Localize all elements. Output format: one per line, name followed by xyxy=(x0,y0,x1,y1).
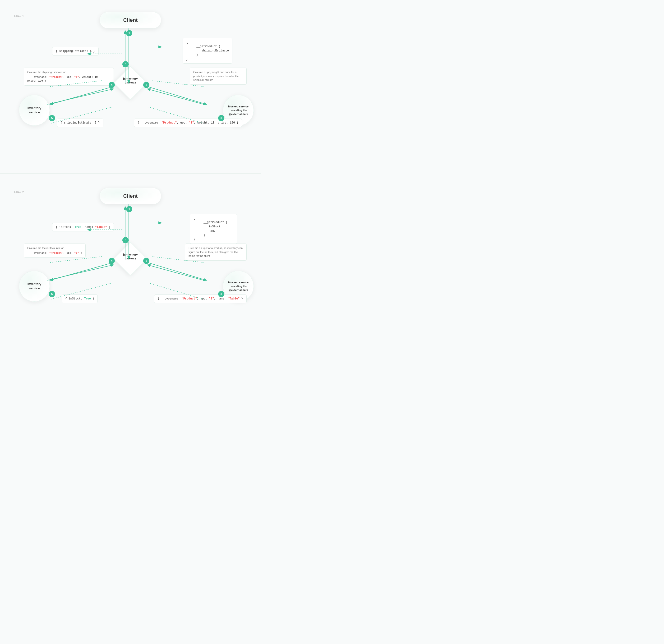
query-box-flow1: { __getProduct { shippingEstimate } } xyxy=(183,38,232,64)
flow-2-section: Flow 2 Client 1 { __getProduct { inStock… xyxy=(0,183,261,335)
badge-6-flow2: 6 xyxy=(122,237,128,243)
tooltip-right-flow2: Give me an upc for a product, so invento… xyxy=(185,244,247,261)
badge-2-flow2: 2 xyxy=(143,258,149,264)
flow-1-label: Flow 1 xyxy=(14,14,24,18)
badge-5-flow2: 5 xyxy=(49,291,55,297)
response-top-flow2: { inStock: True, name: "Table" } xyxy=(52,223,114,231)
badge-3-flow1: 3 xyxy=(218,115,224,121)
flow-1-section: Flow 1 Client 1 { __getProduct { shippin… xyxy=(0,7,261,159)
inventory-circle-flow1: Inventory service xyxy=(19,95,50,126)
gateway-label-flow2: In-memorygateway xyxy=(123,253,138,261)
flow-2-label: Flow 2 xyxy=(14,190,24,194)
client-node-flow2: Client xyxy=(100,188,161,204)
svg-line-6 xyxy=(147,86,206,104)
code-bottom-right-flow1: { __typename: "Product", upc: "1", weigh… xyxy=(134,119,242,127)
badge-3-flow2: 3 xyxy=(218,291,224,297)
response-top-flow1: { shippingEstimate: 5 } xyxy=(52,47,99,56)
code-bottom-left-flow1: { shippingEstimate: 5 } xyxy=(57,119,103,127)
svg-line-18 xyxy=(147,263,206,280)
divider xyxy=(0,173,261,173)
svg-line-4 xyxy=(50,86,113,104)
badge-6-flow1: 6 xyxy=(122,61,128,67)
badge-1-flow1: 1 xyxy=(126,30,132,36)
query-box-flow2: { __getProduct { inStock name } } xyxy=(190,214,237,244)
svg-line-17 xyxy=(47,265,113,280)
client-node-flow1: Client xyxy=(100,12,161,28)
badge-4-flow1: 4 xyxy=(109,82,115,88)
tooltip-right-flow1: Give me a upc, weight and price for a pr… xyxy=(190,67,247,85)
badge-1-flow2: 1 xyxy=(126,206,132,212)
svg-line-5 xyxy=(47,89,113,104)
svg-line-7 xyxy=(147,89,204,104)
tooltip-left-flow2: Give me the the inStock info for { __typ… xyxy=(24,244,86,257)
gateway-label-flow1: In-memorygateway xyxy=(123,77,138,84)
inventory-circle-flow2: Inventoryservice xyxy=(19,271,50,302)
badge-4-flow2: 4 xyxy=(109,258,115,264)
badge-2-flow1: 2 xyxy=(143,82,149,88)
svg-line-16 xyxy=(50,263,113,280)
code-bottom-right-flow2: { __typename: "Product", upc: "1", name:… xyxy=(154,294,247,303)
badge-5-flow1: 5 xyxy=(49,115,55,121)
code-bottom-left-flow2: { inStock: True } xyxy=(62,294,98,303)
svg-line-19 xyxy=(147,265,204,280)
tooltip-left-flow1: Give me the shippingEstimate for { __typ… xyxy=(24,67,114,86)
